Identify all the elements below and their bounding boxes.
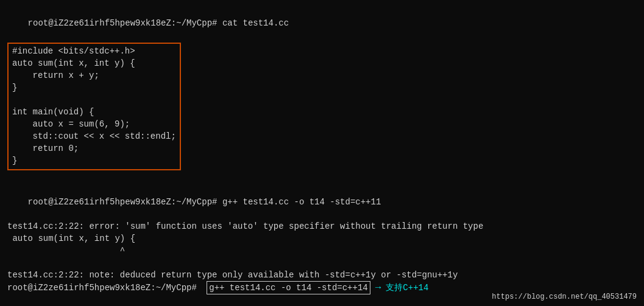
code-line-10: } bbox=[12, 155, 176, 167]
blank-1 bbox=[7, 172, 637, 184]
cmd-compile-14: g++ test14.cc -o t14 -std=c++14 bbox=[209, 283, 367, 293]
cmd-compile: g++ test14.cc -o t14 -std=c++11 bbox=[222, 197, 381, 207]
code-line-9: return 0; bbox=[12, 142, 176, 155]
terminal: root@iZ2ze61irhf5hpew9xk18eZ:~/MyCpp# ca… bbox=[0, 0, 644, 306]
prompt-compile: root@iZ2ze61irhf5hpew9xk18eZ:~/MyCpp# bbox=[28, 197, 222, 207]
code-line-1: #include <bits/stdc++.h> bbox=[12, 45, 176, 57]
url-text: https://blog.csdn.net/qq_40531479 bbox=[492, 293, 637, 301]
note-line: test14.cc:2:22: note: deduced return typ… bbox=[7, 269, 637, 281]
error-line-1: test14.cc:2:22: error: 'sum' function us… bbox=[7, 220, 637, 232]
error-line-2: auto sum(int x, int y) { bbox=[7, 232, 637, 245]
code-line-4: } bbox=[12, 82, 176, 94]
code-line-3: return x + y; bbox=[12, 69, 176, 82]
code-block: #include <bits/stdc++.h> auto sum(int x,… bbox=[7, 43, 181, 170]
code-line-6: int main(void) { bbox=[12, 106, 176, 118]
arrow-icon: → bbox=[375, 282, 381, 294]
prompt-compile-14: root@iZ2ze61irhf5hpew9xk18eZ:~/MyCpp# bbox=[7, 282, 202, 294]
code-line-5 bbox=[12, 94, 176, 106]
c14-label: 支持C++14 bbox=[386, 282, 428, 294]
blank-2 bbox=[7, 257, 637, 269]
line-compile: root@iZ2ze61irhf5hpew9xk18eZ:~/MyCpp# g+… bbox=[7, 184, 637, 220]
prompt-1: root@iZ2ze61irhf5hpew9xk18eZ:~/MyCpp# bbox=[28, 18, 222, 28]
code-line-7: auto x = sum(6, 9); bbox=[12, 118, 176, 130]
error-line-3: ^ bbox=[7, 245, 637, 257]
cmd-compile-14-box: g++ test14.cc -o t14 -std=c++14 bbox=[207, 281, 370, 294]
code-line-2: auto sum(int x, int y) { bbox=[12, 57, 176, 69]
cmd-1: cat test14.cc bbox=[222, 18, 289, 28]
code-line-8: std::cout << x << std::endl; bbox=[12, 130, 176, 142]
line-1: root@iZ2ze61irhf5hpew9xk18eZ:~/MyCpp# ca… bbox=[7, 5, 637, 41]
